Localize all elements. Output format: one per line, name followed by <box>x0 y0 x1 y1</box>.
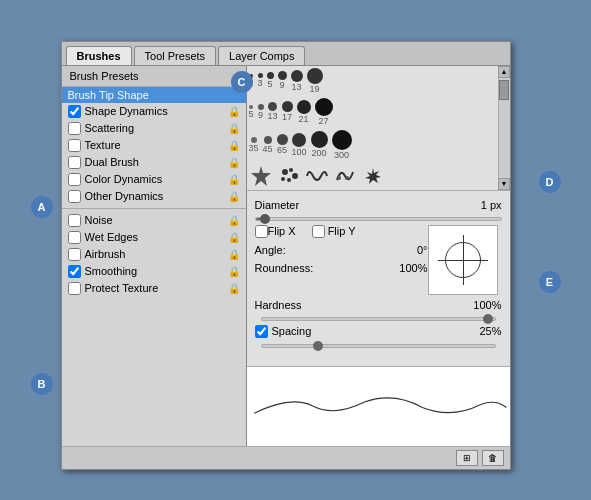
texture-checkbox[interactable] <box>68 139 81 152</box>
wet-edges-checkbox[interactable] <box>68 231 81 244</box>
brush-cell-r3-45[interactable]: 45 <box>263 136 273 154</box>
special-brush-1[interactable] <box>249 164 273 188</box>
brush-item-smoothing[interactable]: Smoothing 🔒 <box>62 263 246 280</box>
stroke-preview-area <box>247 366 510 446</box>
diameter-slider[interactable] <box>255 217 502 221</box>
brush-item-other-dynamics[interactable]: Other Dynamics 🔒 <box>62 188 246 205</box>
svg-point-6 <box>345 176 349 180</box>
flip-y-checkbox[interactable] <box>312 225 325 238</box>
brush-cell-r2-13[interactable]: 13 <box>268 102 278 121</box>
hardness-label: Hardness <box>255 299 335 311</box>
brush-item-airbrush[interactable]: Airbrush 🔒 <box>62 246 246 263</box>
brush-cell-r2-21[interactable]: 21 <box>297 100 311 124</box>
spacing-slider[interactable] <box>261 344 496 348</box>
diameter-label: Diameter <box>255 199 335 211</box>
brush-item-dual-brush[interactable]: Dual Brush 🔒 <box>62 154 246 171</box>
brush-cell-r3-200[interactable]: 200 <box>311 131 328 158</box>
dual-brush-checkbox[interactable] <box>68 156 81 169</box>
brush-item-tip-shape[interactable]: Brush Tip Shape <box>62 87 246 103</box>
brush-cell-3[interactable]: 3 <box>258 73 263 88</box>
angle-label: Angle: <box>255 244 335 256</box>
dual-brush-lock: 🔒 <box>228 157 240 168</box>
brush-cell-r2-9[interactable]: 9 <box>258 104 264 120</box>
brush-grid-rows: 1 3 5 9 <box>247 66 498 190</box>
brush-cell-r3-35[interactable]: 35 <box>249 137 259 153</box>
smoothing-lock: 🔒 <box>228 266 240 277</box>
brush-item-protect-texture[interactable]: Protect Texture 🔒 <box>62 280 246 297</box>
diameter-row: Diameter 1 px <box>255 199 502 211</box>
brush-cell-r3-65[interactable]: 65 <box>277 134 288 155</box>
roundness-row: Roundness: 100% <box>255 262 428 274</box>
label-a: A <box>31 196 53 218</box>
flip-x-checkbox[interactable] <box>255 225 268 238</box>
hardness-slider-thumb[interactable] <box>483 314 493 324</box>
scattering-label: Scattering <box>85 122 228 134</box>
left-panel: Brush Presets Brush Tip Shape Shape Dyna… <box>62 66 247 446</box>
flip-y-label: Flip Y <box>328 225 356 237</box>
special-brush-5[interactable] <box>361 164 385 188</box>
brush-item-texture[interactable]: Texture 🔒 <box>62 137 246 154</box>
scattering-checkbox[interactable] <box>68 122 81 135</box>
texture-label: Texture <box>85 139 228 151</box>
hardness-value: 100% <box>473 299 501 311</box>
smoothing-checkbox[interactable] <box>68 265 81 278</box>
special-brush-4[interactable] <box>333 164 357 188</box>
crosshair-circle <box>445 242 481 278</box>
wet-edges-lock: 🔒 <box>228 232 240 243</box>
brush-cell-r2-17[interactable]: 17 <box>282 101 293 122</box>
brush-item-scattering[interactable]: Scattering 🔒 <box>62 120 246 137</box>
scroll-down-arrow[interactable]: ▼ <box>498 178 510 190</box>
special-brush-2[interactable] <box>277 164 301 188</box>
angle-value: 0° <box>417 244 428 256</box>
brush-grid-row-1: 1 3 5 9 <box>247 66 498 96</box>
shape-dynamics-checkbox[interactable] <box>68 105 81 118</box>
flip-row: Flip X Flip Y <box>255 225 428 238</box>
spacing-checkbox[interactable] <box>255 325 268 338</box>
brush-cell-r2-5[interactable]: 5 <box>249 105 254 119</box>
shape-dynamics-label: Shape Dynamics <box>85 105 228 117</box>
texture-lock: 🔒 <box>228 140 240 151</box>
brush-item-shape-dynamics[interactable]: Shape Dynamics 🔒 <box>62 103 246 120</box>
brush-grid-row-3: 35 45 65 10 <box>247 128 498 162</box>
svg-point-0 <box>282 169 288 175</box>
protect-texture-label: Protect Texture <box>85 282 228 294</box>
svg-point-1 <box>289 168 293 172</box>
brush-cell-r2-27[interactable]: 27 <box>315 98 333 126</box>
tab-layer-comps[interactable]: Layer Comps <box>218 46 305 65</box>
spacing-slider-thumb[interactable] <box>313 341 323 351</box>
noise-checkbox[interactable] <box>68 214 81 227</box>
footer-add-button[interactable]: ⊞ <box>456 450 478 466</box>
roundness-value: 100% <box>399 262 427 274</box>
brush-cell-5[interactable]: 5 <box>267 72 274 89</box>
hardness-slider[interactable] <box>261 317 496 321</box>
brush-cell-19[interactable]: 19 <box>307 68 323 94</box>
label-b: B <box>31 373 53 395</box>
brush-cell-r3-300[interactable]: 300 <box>332 130 352 160</box>
main-panel: Brushes Tool Presets Layer Comps Brush P… <box>61 41 511 470</box>
panel-body: Brush Presets Brush Tip Shape Shape Dyna… <box>62 66 510 446</box>
tab-tool-presets[interactable]: Tool Presets <box>134 46 217 65</box>
brush-cell-13[interactable]: 13 <box>291 70 303 92</box>
smoothing-label: Smoothing <box>85 265 228 277</box>
brush-item-wet-edges[interactable]: Wet Edges 🔒 <box>62 229 246 246</box>
airbrush-checkbox[interactable] <box>68 248 81 261</box>
brush-cell-r3-100[interactable]: 100 <box>292 133 307 157</box>
spacing-value: 25% <box>479 325 501 337</box>
tab-brushes[interactable]: Brushes <box>66 46 132 65</box>
flip-angle-area: Flip X Flip Y Angle: 0° Roundness: 100% <box>255 225 428 280</box>
special-brush-3[interactable] <box>305 164 329 188</box>
diameter-slider-thumb[interactable] <box>260 214 270 224</box>
scroll-thumb[interactable] <box>499 80 509 100</box>
brush-cell-9[interactable]: 9 <box>278 71 287 90</box>
color-dynamics-checkbox[interactable] <box>68 173 81 186</box>
other-dynamics-checkbox[interactable] <box>68 190 81 203</box>
scroll-up-arrow[interactable]: ▲ <box>498 66 510 78</box>
protect-texture-checkbox[interactable] <box>68 282 81 295</box>
shape-dynamics-lock: 🔒 <box>228 106 240 117</box>
brush-item-noise[interactable]: Noise 🔒 <box>62 212 246 229</box>
brush-item-color-dynamics[interactable]: Color Dynamics 🔒 <box>62 171 246 188</box>
footer-delete-button[interactable]: 🗑 <box>482 450 504 466</box>
color-dynamics-label: Color Dynamics <box>85 173 228 185</box>
dual-brush-label: Dual Brush <box>85 156 228 168</box>
angle-preview <box>428 225 498 295</box>
